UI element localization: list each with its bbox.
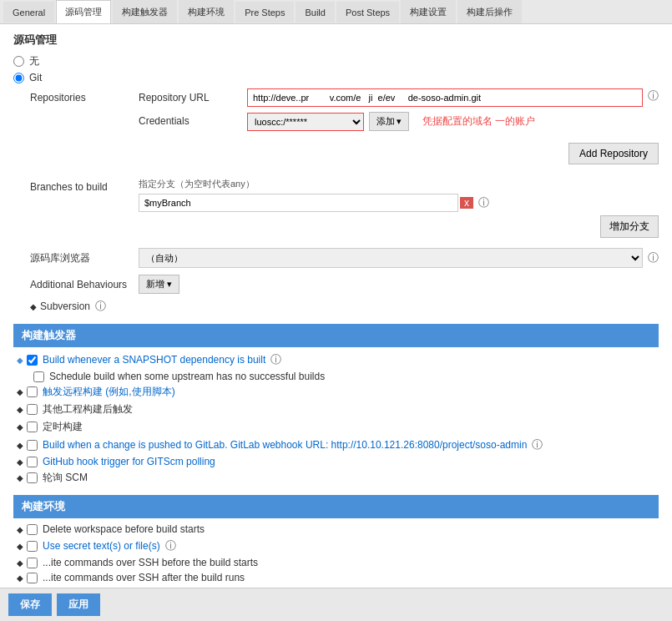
build-env-item-0[interactable]: ◆ Delete workspace before build starts — [13, 523, 659, 535]
credentials-field: luoscc:/****** 添加 ▾ 凭据配置的域名 一的账户 — [247, 112, 659, 136]
trigger-check-0[interactable] — [27, 355, 38, 366]
branches-label: Branches to build — [30, 178, 139, 193]
credentials-controls: luoscc:/****** 添加 ▾ 凭据配置的域名 一的账户 — [247, 112, 659, 131]
apply-button[interactable]: 应用 — [57, 593, 100, 595]
trigger-label-3: 其他工程构建后触发 — [43, 402, 133, 417]
build-env-check-3[interactable] — [27, 573, 38, 583]
tabs-bar: General 源码管理 构建触发器 构建环境 Pre Steps Build … — [0, 0, 672, 24]
tab-post-steps[interactable]: Post Steps — [336, 2, 399, 23]
trigger-item-5[interactable]: ◆ Build when a change is pushed to GitLa… — [13, 437, 659, 452]
trigger-sub-0: Schedule build when some upstream has no… — [33, 371, 659, 382]
repo-url-info-icon: ⓘ — [648, 88, 659, 104]
radio-none-label: 无 — [29, 54, 39, 68]
trigger-check-7[interactable] — [27, 472, 38, 483]
footer-bar: 保存 应用 — [0, 588, 672, 595]
tab-build-settings[interactable]: 构建设置 — [401, 0, 456, 23]
branch-delete-button[interactable]: x — [460, 197, 473, 209]
branch-input-wrapper: x ⓘ — [139, 194, 489, 212]
credentials-label: Credentials — [139, 112, 247, 127]
tab-build[interactable]: Build — [296, 2, 334, 23]
trigger-item-3[interactable]: ◆ 其他工程构建后触发 — [13, 402, 659, 417]
new-behaviour-btn[interactable]: 新增 ▾ — [139, 275, 179, 294]
repositories-row: Repositories Repository URL ⓘ Credential… — [30, 88, 659, 171]
credentials-select[interactable]: luoscc:/****** — [247, 113, 364, 131]
subversion-item[interactable]: ◆ Subversion ⓘ — [30, 299, 659, 314]
build-env-diamond-2: ◆ — [17, 558, 23, 568]
trigger-diamond-icon-2: ◆ — [17, 387, 23, 396]
build-env-item-1[interactable]: ◆ Use secret text(s) or file(s) ⓘ — [13, 538, 659, 553]
source-browser-label: 源码库浏览器 — [30, 251, 139, 265]
trigger-item-7[interactable]: ◆ 轮询 SCM — [13, 471, 659, 485]
trigger-link-5[interactable]: Build when a change is pushed to GitLab.… — [43, 439, 527, 451]
branch-input[interactable] — [139, 194, 458, 212]
tab-post-build[interactable]: 构建后操作 — [457, 0, 522, 23]
build-env-diamond-0: ◆ — [17, 525, 23, 534]
radio-git-label: Git — [29, 72, 42, 83]
branch-hint: 指定分支（为空时代表any） — [139, 178, 659, 190]
source-browser-row: 源码库浏览器 （自动） ⓘ — [30, 248, 659, 268]
trigger-check-6[interactable] — [27, 457, 38, 467]
build-env-check-2[interactable] — [27, 558, 38, 568]
build-env-header: 构建环境 — [13, 495, 659, 518]
trigger-link-0[interactable]: Build whenever a SNAPSHOT dependency is … — [43, 354, 265, 366]
add-credentials-btn[interactable]: 添加 ▾ — [369, 112, 409, 131]
trigger-diamond-icon-6: ◆ — [17, 457, 23, 467]
tab-general[interactable]: General — [3, 2, 54, 23]
tab-build-env[interactable]: 构建环境 — [179, 0, 234, 23]
trigger-check-5[interactable] — [27, 440, 38, 451]
source-browser-select[interactable]: （自动） — [139, 248, 643, 268]
repositories-label: Repositories — [30, 88, 139, 104]
build-env-check-1[interactable] — [27, 541, 38, 552]
trigger-link-6[interactable]: GitHub hook trigger for GITScm polling — [43, 456, 215, 467]
add-credentials-label: 添加 — [376, 115, 395, 128]
radio-git[interactable]: Git — [13, 72, 659, 83]
radio-group: 无 Git — [13, 54, 659, 83]
new-btn-label: 新增 — [146, 279, 164, 289]
trigger-info-5: ⓘ — [532, 437, 543, 452]
add-repository-button[interactable]: Add Repository — [568, 143, 659, 164]
save-button[interactable]: 保存 — [8, 593, 52, 595]
dropdown-arrow-icon: ▾ — [397, 116, 402, 127]
branch-info-icon: ⓘ — [478, 195, 489, 210]
build-env-label-2: ...ite commands over SSH before the buil… — [43, 557, 258, 568]
source-mgmt-title: 源码管理 — [13, 33, 659, 48]
tab-pre-steps[interactable]: Pre Steps — [235, 2, 294, 23]
trigger-sub-check-0[interactable] — [33, 371, 44, 382]
build-env-item-2[interactable]: ◆ ...ite commands over SSH before the bu… — [13, 557, 659, 568]
credentials-row: Credentials luoscc:/****** 添加 ▾ 凭据配置的域名 … — [139, 112, 659, 136]
trigger-item-4[interactable]: ◆ 定时构建 — [13, 420, 659, 434]
repo-url-label: Repository URL — [139, 88, 247, 104]
source-browser-info-icon: ⓘ — [648, 250, 659, 265]
tab-build-trigger[interactable]: 构建触发器 — [113, 0, 177, 23]
subversion-info-icon: ⓘ — [95, 299, 106, 314]
add-branch-button[interactable]: 增加分支 — [600, 215, 659, 238]
trigger-item-6[interactable]: ◆ GitHub hook trigger for GITScm polling — [13, 456, 659, 467]
build-env-label-0: Delete workspace before build starts — [43, 523, 205, 535]
radio-none[interactable]: 无 — [13, 54, 659, 68]
tab-source-mgmt[interactable]: 源码管理 — [56, 0, 111, 23]
trigger-item-2[interactable]: ◆ 触发远程构建 (例如,使用脚本) — [13, 385, 659, 399]
build-env-label-3: ...ite commands over SSH after the build… — [43, 572, 245, 583]
repo-url-row: Repository URL ⓘ — [139, 88, 659, 107]
build-env-check-0[interactable] — [27, 524, 38, 535]
trigger-check-4[interactable] — [27, 422, 38, 432]
trigger-check-2[interactable] — [27, 386, 38, 397]
branches-field: 指定分支（为空时代表any） x ⓘ 增加分支 — [139, 178, 659, 238]
trigger-link-2[interactable]: 触发远程构建 (例如,使用脚本) — [43, 385, 175, 399]
repo-url-input[interactable] — [247, 88, 643, 107]
add-branch-wrapper: 增加分支 — [139, 212, 659, 238]
build-env-link-1[interactable]: Use secret text(s) or file(s) — [43, 540, 160, 552]
additional-row: Additional Behaviours 新增 ▾ — [30, 275, 659, 294]
trigger-item-0[interactable]: ◆ Build whenever a SNAPSHOT dependency i… — [13, 352, 659, 367]
add-repo-wrapper: Add Repository — [139, 143, 659, 171]
build-env-item-3[interactable]: ◆ ...ite commands over SSH after the bui… — [13, 572, 659, 583]
annotation-text: 凭据配置的域名 一的账户 — [422, 114, 535, 129]
subversion-diamond-icon: ◆ — [30, 302, 37, 311]
additional-label: Additional Behaviours — [30, 279, 139, 290]
subversion-label: Subversion — [40, 300, 90, 312]
main-content: 源码管理 无 Git Repositories Repository URL ⓘ — [0, 24, 672, 595]
trigger-label-7: 轮询 SCM — [43, 471, 88, 485]
trigger-check-3[interactable] — [27, 404, 38, 415]
trigger-label-4: 定时构建 — [43, 420, 83, 434]
trigger-diamond-icon-3: ◆ — [17, 405, 23, 414]
